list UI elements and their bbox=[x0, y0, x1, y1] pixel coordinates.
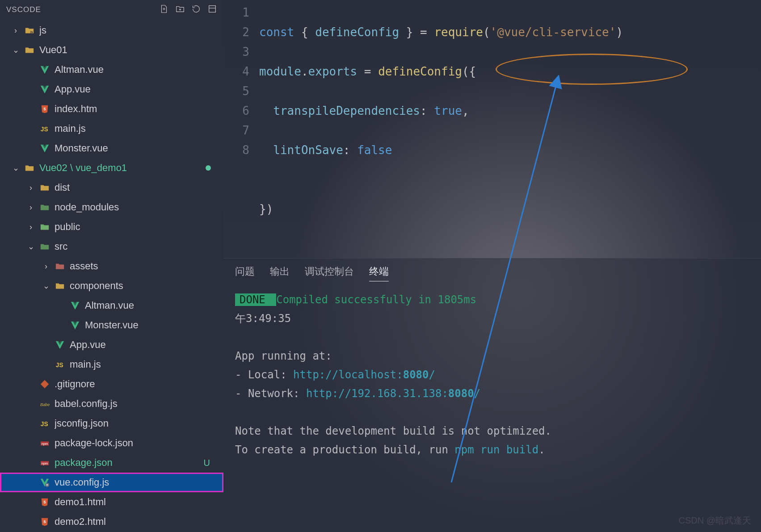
babel-icon: Babel bbox=[39, 398, 50, 409]
twisty-icon[interactable]: ⌄ bbox=[12, 163, 20, 173]
tree-item-index-htm[interactable]: ·5index.htm bbox=[0, 99, 223, 119]
tree-item-jsconfig-json[interactable]: ·JSjsconfig.json bbox=[0, 414, 223, 433]
tree-item-label: index.htm bbox=[55, 103, 223, 115]
html-icon: 5 bbox=[39, 104, 50, 114]
comp-icon bbox=[55, 281, 65, 291]
tab-output[interactable]: 输出 bbox=[270, 265, 290, 281]
tree-item-label: assets bbox=[70, 260, 223, 272]
tree-item-vue02-vue_demo1[interactable]: ⌄Vue02 \ vue_demo1 bbox=[0, 158, 223, 178]
tree-item-app-vue[interactable]: ·App.vue bbox=[0, 335, 223, 355]
new-folder-icon[interactable] bbox=[175, 4, 185, 16]
line-gutter: 1 2 3 4 5 6 7 8 bbox=[223, 0, 259, 258]
js-folder-icon: js bbox=[24, 25, 35, 36]
tree-item-altman-vue[interactable]: ·Altman.vue bbox=[0, 60, 223, 80]
assets-icon bbox=[55, 261, 65, 272]
tree-item-label: js bbox=[39, 25, 223, 36]
tree-item-package-json[interactable]: ·npmpackage.jsonU bbox=[0, 453, 223, 473]
tree-item-vue-config-js[interactable]: ·vue.config.js bbox=[0, 473, 223, 492]
tree-item-assets[interactable]: ›assets bbox=[0, 256, 223, 276]
main-area: 1 2 3 4 5 6 7 8 const { defineConfig } =… bbox=[223, 0, 761, 532]
new-file-icon[interactable] bbox=[159, 4, 169, 16]
line-number: 8 bbox=[223, 140, 249, 160]
svg-text:JS: JS bbox=[41, 126, 48, 133]
tree-item-node_modules[interactable]: ›node_modules bbox=[0, 197, 223, 217]
tab-debug-console[interactable]: 调试控制台 bbox=[305, 265, 354, 281]
twisty-icon[interactable]: ⌄ bbox=[12, 45, 20, 55]
code-content[interactable]: const { defineConfig } = require('@vue/c… bbox=[259, 0, 761, 258]
tree-item-demo1-html[interactable]: ·5demo1.html bbox=[0, 492, 223, 512]
tree-item-altman-vue[interactable]: ·Altman.vue bbox=[0, 296, 223, 315]
svg-text:npm: npm bbox=[42, 442, 48, 446]
tree-item-app-vue[interactable]: ·App.vue bbox=[0, 80, 223, 99]
tree-item-monster-vue[interactable]: ·Monster.vue bbox=[0, 138, 223, 158]
svg-text:5: 5 bbox=[43, 500, 46, 504]
tree-item--gitignore[interactable]: ·.gitignore bbox=[0, 374, 223, 394]
tree-item-monster-vue[interactable]: ·Monster.vue bbox=[0, 315, 223, 335]
tab-problems[interactable]: 问题 bbox=[235, 265, 255, 281]
line-number: 3 bbox=[223, 42, 249, 62]
tree-item-label: components bbox=[70, 280, 223, 292]
tree-item-public[interactable]: ›public bbox=[0, 217, 223, 237]
tree-item-package-lock-json[interactable]: ·npmpackage-lock.json bbox=[0, 433, 223, 453]
src-icon bbox=[39, 241, 50, 252]
tree-item-label: .gitignore bbox=[55, 378, 223, 390]
tree-item-label: demo1.html bbox=[55, 496, 223, 508]
svg-text:JS: JS bbox=[56, 362, 63, 369]
vueconf-icon bbox=[39, 477, 50, 488]
svg-text:js: js bbox=[30, 30, 33, 34]
line-number: 7 bbox=[223, 121, 249, 140]
refresh-icon[interactable] bbox=[191, 4, 201, 16]
tree-item-label: App.vue bbox=[55, 84, 223, 95]
twisty-icon[interactable]: › bbox=[42, 262, 50, 271]
tree-item-main-js[interactable]: ·JSmain.js bbox=[0, 355, 223, 374]
tree-item-vue01[interactable]: ⌄Vue01 bbox=[0, 40, 223, 60]
svg-text:Babel: Babel bbox=[40, 402, 50, 407]
done-badge: DONE bbox=[235, 293, 276, 306]
bottom-panel: 问题 输出 调试控制台 终端 DONE Compiled successfull… bbox=[223, 258, 761, 532]
git-icon bbox=[39, 379, 50, 390]
twisty-icon[interactable]: ⌄ bbox=[42, 281, 50, 291]
tree-item-js[interactable]: ›jsjs bbox=[0, 21, 223, 40]
tree-item-dist[interactable]: ›dist bbox=[0, 178, 223, 197]
tree-item-label: main.js bbox=[70, 359, 223, 370]
twisty-icon[interactable]: › bbox=[27, 222, 35, 232]
tree-item-demo2-html[interactable]: ·5demo2.html bbox=[0, 512, 223, 532]
tree-item-main-js[interactable]: ·JSmain.js bbox=[0, 119, 223, 138]
public-icon bbox=[39, 222, 50, 232]
twisty-icon[interactable]: › bbox=[27, 183, 35, 193]
app-running-label: App running at: bbox=[235, 347, 749, 365]
sidebar: VSCODE ›jsjs⌄Vue01·Altman.vue·App.vue·5i… bbox=[0, 0, 223, 532]
modified-dot-icon bbox=[206, 165, 211, 171]
vue-icon bbox=[70, 320, 80, 331]
tree-item-label: Vue02 \ vue_demo1 bbox=[39, 162, 201, 174]
terminal-output[interactable]: DONE Compiled successfully in 1805ms 午3:… bbox=[223, 286, 761, 464]
tree-item-label: dist bbox=[55, 182, 223, 193]
twisty-icon[interactable]: ⌄ bbox=[27, 242, 35, 251]
js-icon: JS bbox=[39, 123, 50, 134]
tree-item-components[interactable]: ⌄components bbox=[0, 276, 223, 296]
dist-icon bbox=[39, 182, 50, 193]
svg-point-15 bbox=[46, 484, 48, 486]
tree-item-babel-config-js[interactable]: ·Babelbabel.config.js bbox=[0, 394, 223, 414]
tree-item-src[interactable]: ⌄src bbox=[0, 237, 223, 256]
tree-item-label: Altman.vue bbox=[85, 300, 223, 311]
html-icon: 5 bbox=[39, 516, 50, 527]
tree-item-label: package.json bbox=[55, 457, 199, 469]
sidebar-header: VSCODE bbox=[0, 0, 223, 20]
js-icon: JS bbox=[39, 418, 50, 429]
code-editor[interactable]: 1 2 3 4 5 6 7 8 const { defineConfig } =… bbox=[223, 0, 761, 258]
panel-tabs: 问题 输出 调试控制台 终端 bbox=[223, 259, 761, 286]
tab-terminal[interactable]: 终端 bbox=[369, 265, 389, 281]
line-number: 2 bbox=[223, 22, 249, 42]
tree-item-label: Vue01 bbox=[39, 44, 223, 56]
tree-item-label: jsconfig.json bbox=[55, 418, 223, 429]
twisty-icon[interactable]: › bbox=[12, 26, 20, 35]
twisty-icon[interactable]: › bbox=[27, 203, 35, 212]
tree-item-label: vue.config.js bbox=[55, 477, 223, 488]
tree-item-label: package-lock.json bbox=[55, 437, 223, 449]
sidebar-title: VSCODE bbox=[6, 5, 41, 14]
collapse-icon[interactable] bbox=[207, 4, 217, 16]
line-number: 1 bbox=[223, 3, 249, 22]
compile-time: 午3:49:35 bbox=[235, 309, 749, 328]
line-number: 6 bbox=[223, 101, 249, 121]
